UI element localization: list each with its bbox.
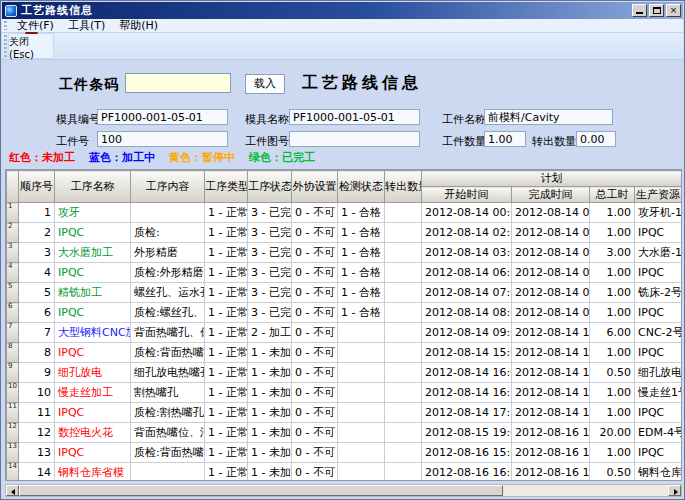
barcode-label: 工件条码	[59, 76, 119, 94]
col-seq[interactable]: 顺序号	[19, 171, 55, 203]
row-header[interactable]: 5	[7, 283, 19, 303]
scroll-left-button[interactable]	[6, 485, 19, 496]
cell-type: 1 - 正常	[205, 463, 248, 482]
row-header[interactable]: 7	[7, 323, 19, 343]
row-header[interactable]: 8	[7, 343, 19, 363]
cell-hours: 1.00	[590, 263, 635, 283]
table-row[interactable]: 99细孔放电细孔放电热嘴孔1 - 正常1 - 未加0 - 不可2012-08-1…	[7, 363, 682, 383]
cell-inspect	[338, 463, 385, 482]
cell-finish: 2012-08-14 03:00:0	[512, 223, 590, 243]
cell-outsource: 0 - 不可	[292, 343, 338, 363]
app-icon	[5, 5, 17, 17]
part-qty-input[interactable]	[484, 131, 526, 147]
table-row[interactable]: 1313IPQC质检:背面热嘴位1 - 正常1 - 未加0 - 不可2012-0…	[7, 443, 682, 463]
menu-file[interactable]: 文件(F)	[10, 18, 61, 33]
cell-start: 2012-08-14 08:00:0	[422, 303, 512, 323]
cell-hours: 1.00	[590, 343, 635, 363]
table-row[interactable]: 77大型钢料CNC加工背面热嘴孔、倒角1 - 正常2 - 加工0 - 不可201…	[7, 323, 682, 343]
drawing-no-input[interactable]	[289, 131, 420, 147]
cell-finish: 2012-08-14 18:30:0	[512, 403, 590, 423]
cell-outsource: 0 - 不可	[292, 463, 338, 482]
transfer-qty-input[interactable]	[576, 131, 616, 147]
cell-type: 1 - 正常	[205, 343, 248, 363]
app-window: 工艺路线信息 × 文件(F) 工具(T) 帮助(H) 关闭(Esc) 工件条码 …	[0, 0, 685, 500]
row-header[interactable]: 9	[7, 363, 19, 383]
row-header[interactable]: 1	[7, 203, 19, 223]
table-row[interactable]: 1414钢料仓库省模1 - 正常1 - 未加0 - 不可2012-08-16 1…	[7, 463, 682, 482]
row-header[interactable]: 11	[7, 403, 19, 423]
scrollbar-thumb[interactable]	[19, 485, 503, 496]
scroll-right-button[interactable]	[668, 485, 681, 496]
part-no-input[interactable]	[97, 131, 228, 147]
cell-qty-out	[385, 243, 422, 263]
table-row[interactable]: 11攻牙1 - 正常3 - 已完0 - 不可1 - 合格2012-08-14 0…	[7, 203, 682, 223]
table-row[interactable]: 55精铣加工螺丝孔、运水孔、1 - 正常3 - 已完0 - 不可1 - 合格20…	[7, 283, 682, 303]
cell-type: 1 - 正常	[205, 423, 248, 443]
cell-hours: 3.00	[590, 243, 635, 263]
close-button[interactable]: ×	[666, 4, 681, 17]
col-op-type[interactable]: 工序类型	[205, 171, 248, 203]
transfer-qty-label: 转出数量	[532, 134, 576, 149]
col-op-content[interactable]: 工序内容	[131, 171, 205, 203]
cell-inspect	[338, 323, 385, 343]
row-header[interactable]: 4	[7, 263, 19, 283]
row-header[interactable]: 2	[7, 223, 19, 243]
scroll-right-icon	[674, 489, 678, 495]
cell-outsource: 0 - 不可	[292, 303, 338, 323]
horizontal-scrollbar[interactable]	[5, 484, 682, 497]
cell-resource: CNC-2号机	[635, 323, 682, 343]
row-header[interactable]: 14	[7, 463, 19, 482]
cell-content	[131, 203, 205, 223]
menu-help[interactable]: 帮助(H)	[112, 18, 165, 33]
cell-qty-out	[385, 463, 422, 482]
cell-name: 细孔放电	[55, 363, 131, 383]
col-inspect[interactable]: 检测状态	[338, 171, 385, 203]
cell-start: 2012-08-14 17:30:0	[422, 403, 512, 423]
table-row[interactable]: 1010慢走丝加工割热嘴孔1 - 正常1 - 未加0 - 不可2012-08-1…	[7, 383, 682, 403]
row-header[interactable]: 13	[7, 443, 19, 463]
cell-resource: IPQC	[635, 263, 682, 283]
row-number: 11	[7, 403, 18, 410]
col-outsource[interactable]: 外协设置	[292, 171, 338, 203]
col-start-time[interactable]: 开始时间	[422, 187, 512, 203]
table-row[interactable]: 1111IPQC质检:割热嘴孔1 - 正常1 - 未加0 - 不可2012-08…	[7, 403, 682, 423]
table-row[interactable]: 66IPQC质检:螺丝孔、运1 - 正常3 - 已完0 - 不可1 - 合格20…	[7, 303, 682, 323]
menu-tools[interactable]: 工具(T)	[61, 18, 112, 33]
mold-no-input[interactable]	[97, 109, 228, 125]
mold-name-input[interactable]	[289, 109, 420, 125]
row-header[interactable]: 12	[7, 423, 19, 443]
title-bar[interactable]: 工艺路线信息 ×	[2, 2, 683, 19]
load-button[interactable]: 载入	[245, 74, 285, 94]
table-row[interactable]: 1212数控电火花背面热嘴位、清角1 - 正常1 - 未加0 - 不可2012-…	[7, 423, 682, 443]
cell-seq: 10	[19, 383, 55, 403]
cell-resource: 慢走丝1号机	[635, 383, 682, 403]
part-name-input[interactable]	[484, 109, 613, 125]
col-total-hours[interactable]: 总工时	[590, 187, 635, 203]
cell-resource: 铣床-2号机	[635, 283, 682, 303]
col-op-status[interactable]: 工序状态	[248, 171, 292, 203]
row-header[interactable]: 10	[7, 383, 19, 403]
table-row[interactable]: 88IPQC质检:背面热嘴孔1 - 正常1 - 未加0 - 不可2012-08-…	[7, 343, 682, 363]
cell-seq: 6	[19, 303, 55, 323]
row-number: 13	[7, 443, 18, 450]
maximize-button[interactable]	[649, 4, 664, 17]
cell-qty-out	[385, 363, 422, 383]
table-row[interactable]: 33大水磨加工外形精磨1 - 正常3 - 已完0 - 不可1 - 合格2012-…	[7, 243, 682, 263]
window-title: 工艺路线信息	[21, 3, 93, 18]
minimize-button[interactable]	[632, 4, 647, 17]
close-esc-button[interactable]: 关闭(Esc)	[8, 33, 54, 59]
part-name-label: 工件名称	[442, 112, 486, 127]
col-qty-out[interactable]: 转出数量	[385, 171, 422, 203]
col-finish-time[interactable]: 完成时间	[512, 187, 590, 203]
cell-content: 螺丝孔、运水孔、	[131, 283, 205, 303]
col-op-name[interactable]: 工序名称	[55, 171, 131, 203]
row-header[interactable]: 3	[7, 243, 19, 263]
col-resource[interactable]: 生产资源	[635, 187, 682, 203]
row-header[interactable]: 6	[7, 303, 19, 323]
cell-qty-out	[385, 423, 422, 443]
cell-name: 慢走丝加工	[55, 383, 131, 403]
cell-resource: IPQC	[635, 443, 682, 463]
table-row[interactable]: 44IPQC质检:外形精磨1 - 正常3 - 已完0 - 不可1 - 合格201…	[7, 263, 682, 283]
table-row[interactable]: 22IPQC质检:1 - 正常3 - 已完0 - 不可1 - 合格2012-08…	[7, 223, 682, 243]
barcode-input[interactable]	[125, 73, 231, 93]
